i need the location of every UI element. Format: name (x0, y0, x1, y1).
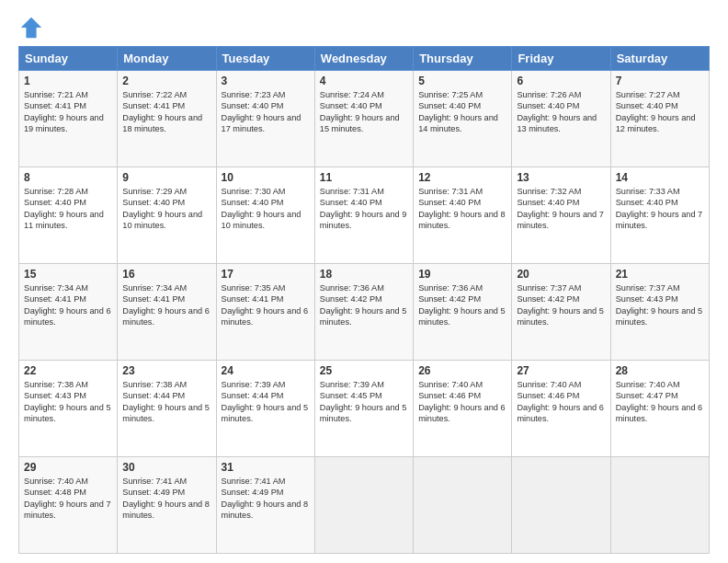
cell-details: Sunrise: 7:37 AMSunset: 4:43 PMDaylight:… (616, 282, 704, 328)
calendar-cell: 1Sunrise: 7:21 AMSunset: 4:41 PMDaylight… (19, 71, 118, 167)
calendar-cell: 2Sunrise: 7:22 AMSunset: 4:41 PMDaylight… (118, 71, 216, 167)
day-number: 22 (24, 364, 112, 377)
calendar-cell: 22Sunrise: 7:38 AMSunset: 4:43 PMDayligh… (19, 361, 118, 457)
calendar-cell: 31Sunrise: 7:41 AMSunset: 4:49 PMDayligh… (216, 457, 314, 554)
calendar-cell: 6Sunrise: 7:26 AMSunset: 4:40 PMDaylight… (512, 71, 610, 167)
cell-details: Sunrise: 7:30 AMSunset: 4:40 PMDaylight:… (222, 186, 310, 232)
day-number: 24 (222, 364, 310, 377)
calendar-cell: 20Sunrise: 7:37 AMSunset: 4:42 PMDayligh… (512, 264, 610, 361)
calendar-cell: 17Sunrise: 7:35 AMSunset: 4:41 PMDayligh… (216, 264, 314, 361)
day-number: 7 (616, 75, 704, 87)
cell-details: Sunrise: 7:39 AMSunset: 4:44 PMDaylight:… (222, 379, 310, 425)
cell-details: Sunrise: 7:21 AMSunset: 4:41 PMDaylight:… (24, 89, 112, 135)
day-number: 8 (24, 171, 112, 184)
calendar-cell (512, 457, 610, 554)
cell-details: Sunrise: 7:34 AMSunset: 4:41 PMDaylight:… (24, 282, 112, 328)
weekday-header-thursday: Thursday (414, 47, 512, 71)
logo (18, 15, 48, 40)
day-number: 2 (122, 75, 210, 87)
calendar-cell (314, 457, 413, 554)
calendar-week-4: 22Sunrise: 7:38 AMSunset: 4:43 PMDayligh… (19, 361, 710, 457)
page: SundayMondayTuesdayWednesdayThursdayFrid… (0, 0, 728, 563)
cell-details: Sunrise: 7:38 AMSunset: 4:44 PMDaylight:… (122, 379, 210, 425)
calendar-week-5: 29Sunrise: 7:40 AMSunset: 4:48 PMDayligh… (19, 457, 710, 554)
calendar-cell (414, 457, 512, 554)
calendar-cell: 14Sunrise: 7:33 AMSunset: 4:40 PMDayligh… (610, 167, 709, 264)
calendar-body: 1Sunrise: 7:21 AMSunset: 4:41 PMDaylight… (19, 71, 710, 554)
cell-details: Sunrise: 7:35 AMSunset: 4:41 PMDaylight:… (222, 282, 310, 328)
cell-details: Sunrise: 7:34 AMSunset: 4:41 PMDaylight:… (122, 282, 210, 328)
cell-details: Sunrise: 7:40 AMSunset: 4:48 PMDaylight:… (24, 476, 112, 522)
day-number: 14 (616, 171, 704, 184)
day-number: 31 (222, 461, 310, 474)
day-number: 30 (122, 461, 210, 474)
calendar-cell: 4Sunrise: 7:24 AMSunset: 4:40 PMDaylight… (314, 71, 413, 167)
day-number: 20 (517, 268, 605, 281)
calendar-cell: 16Sunrise: 7:34 AMSunset: 4:41 PMDayligh… (118, 264, 216, 361)
weekday-header-row: SundayMondayTuesdayWednesdayThursdayFrid… (19, 47, 710, 71)
day-number: 28 (616, 364, 704, 377)
day-number: 23 (122, 364, 210, 377)
calendar-cell: 21Sunrise: 7:37 AMSunset: 4:43 PMDayligh… (610, 264, 709, 361)
weekday-header-monday: Monday (118, 47, 216, 71)
day-number: 17 (222, 268, 310, 281)
weekday-header-saturday: Saturday (610, 47, 709, 71)
day-number: 6 (517, 75, 605, 87)
calendar-cell: 24Sunrise: 7:39 AMSunset: 4:44 PMDayligh… (216, 361, 314, 457)
cell-details: Sunrise: 7:27 AMSunset: 4:40 PMDaylight:… (616, 89, 704, 135)
cell-details: Sunrise: 7:39 AMSunset: 4:45 PMDaylight:… (320, 379, 408, 425)
calendar-cell: 18Sunrise: 7:36 AMSunset: 4:42 PMDayligh… (314, 264, 413, 361)
day-number: 21 (616, 268, 704, 281)
cell-details: Sunrise: 7:31 AMSunset: 4:40 PMDaylight:… (320, 186, 408, 232)
day-number: 16 (122, 268, 210, 281)
calendar-cell: 7Sunrise: 7:27 AMSunset: 4:40 PMDaylight… (610, 71, 709, 167)
cell-details: Sunrise: 7:24 AMSunset: 4:40 PMDaylight:… (320, 89, 408, 135)
calendar-cell: 30Sunrise: 7:41 AMSunset: 4:49 PMDayligh… (118, 457, 216, 554)
calendar-cell: 19Sunrise: 7:36 AMSunset: 4:42 PMDayligh… (414, 264, 512, 361)
day-number: 12 (418, 171, 506, 184)
cell-details: Sunrise: 7:41 AMSunset: 4:49 PMDaylight:… (222, 476, 310, 522)
calendar-cell (610, 457, 709, 554)
cell-details: Sunrise: 7:40 AMSunset: 4:46 PMDaylight:… (418, 379, 506, 425)
weekday-header-friday: Friday (512, 47, 610, 71)
cell-details: Sunrise: 7:23 AMSunset: 4:40 PMDaylight:… (222, 89, 310, 135)
calendar-week-1: 1Sunrise: 7:21 AMSunset: 4:41 PMDaylight… (19, 71, 710, 167)
svg-marker-0 (21, 17, 41, 38)
cell-details: Sunrise: 7:36 AMSunset: 4:42 PMDaylight:… (418, 282, 506, 328)
cell-details: Sunrise: 7:36 AMSunset: 4:42 PMDaylight:… (320, 282, 408, 328)
calendar-cell: 13Sunrise: 7:32 AMSunset: 4:40 PMDayligh… (512, 167, 610, 264)
calendar-cell: 3Sunrise: 7:23 AMSunset: 4:40 PMDaylight… (216, 71, 314, 167)
cell-details: Sunrise: 7:28 AMSunset: 4:40 PMDaylight:… (24, 186, 112, 232)
calendar-cell: 10Sunrise: 7:30 AMSunset: 4:40 PMDayligh… (216, 167, 314, 264)
weekday-header-tuesday: Tuesday (216, 47, 314, 71)
cell-details: Sunrise: 7:29 AMSunset: 4:40 PMDaylight:… (122, 186, 210, 232)
day-number: 26 (418, 364, 506, 377)
calendar-cell: 9Sunrise: 7:29 AMSunset: 4:40 PMDaylight… (118, 167, 216, 264)
calendar-cell: 28Sunrise: 7:40 AMSunset: 4:47 PMDayligh… (610, 361, 709, 457)
calendar-cell: 25Sunrise: 7:39 AMSunset: 4:45 PMDayligh… (314, 361, 413, 457)
day-number: 3 (222, 75, 310, 87)
day-number: 29 (24, 461, 112, 474)
day-number: 9 (122, 171, 210, 184)
day-number: 27 (517, 364, 605, 377)
cell-details: Sunrise: 7:37 AMSunset: 4:42 PMDaylight:… (517, 282, 605, 328)
day-number: 25 (320, 364, 408, 377)
calendar-cell: 5Sunrise: 7:25 AMSunset: 4:40 PMDaylight… (414, 71, 512, 167)
calendar-cell: 11Sunrise: 7:31 AMSunset: 4:40 PMDayligh… (314, 167, 413, 264)
calendar-cell: 26Sunrise: 7:40 AMSunset: 4:46 PMDayligh… (414, 361, 512, 457)
calendar-cell: 23Sunrise: 7:38 AMSunset: 4:44 PMDayligh… (118, 361, 216, 457)
cell-details: Sunrise: 7:40 AMSunset: 4:47 PMDaylight:… (616, 379, 704, 425)
cell-details: Sunrise: 7:31 AMSunset: 4:40 PMDaylight:… (418, 186, 506, 232)
cell-details: Sunrise: 7:40 AMSunset: 4:46 PMDaylight:… (517, 379, 605, 425)
cell-details: Sunrise: 7:22 AMSunset: 4:41 PMDaylight:… (122, 89, 210, 135)
day-number: 19 (418, 268, 506, 281)
cell-details: Sunrise: 7:32 AMSunset: 4:40 PMDaylight:… (517, 186, 605, 232)
day-number: 18 (320, 268, 408, 281)
day-number: 13 (517, 171, 605, 184)
calendar-cell: 12Sunrise: 7:31 AMSunset: 4:40 PMDayligh… (414, 167, 512, 264)
calendar-cell: 8Sunrise: 7:28 AMSunset: 4:40 PMDaylight… (19, 167, 118, 264)
cell-details: Sunrise: 7:38 AMSunset: 4:43 PMDaylight:… (24, 379, 112, 425)
day-number: 1 (24, 75, 112, 87)
logo-icon (18, 15, 44, 40)
cell-details: Sunrise: 7:41 AMSunset: 4:49 PMDaylight:… (122, 476, 210, 522)
